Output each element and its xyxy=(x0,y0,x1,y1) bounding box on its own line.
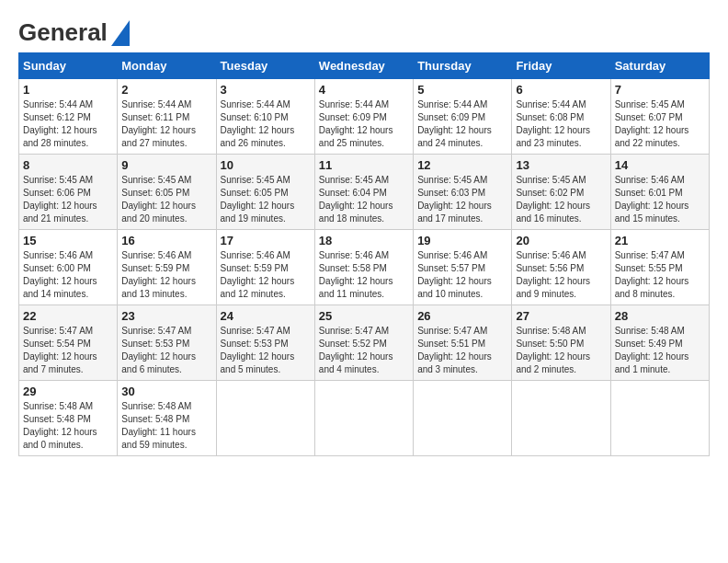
calendar-day-cell: 26Sunrise: 5:47 AM Sunset: 5:51 PM Dayli… xyxy=(414,305,512,381)
calendar-day-cell: 11Sunrise: 5:45 AM Sunset: 6:04 PM Dayli… xyxy=(314,155,413,230)
calendar-day-cell: 19Sunrise: 5:46 AM Sunset: 5:57 PM Dayli… xyxy=(414,230,512,305)
day-info: Sunrise: 5:45 AM Sunset: 6:03 PM Dayligh… xyxy=(417,174,507,225)
logo-triangle-icon xyxy=(111,20,130,46)
day-info: Sunrise: 5:46 AM Sunset: 5:56 PM Dayligh… xyxy=(516,249,606,301)
day-of-week-header: Monday xyxy=(118,53,216,79)
day-number: 7 xyxy=(615,83,705,97)
calendar-day-cell: 16Sunrise: 5:46 AM Sunset: 5:59 PM Dayli… xyxy=(118,230,216,305)
day-info: Sunrise: 5:44 AM Sunset: 6:11 PM Dayligh… xyxy=(121,98,211,150)
calendar-day-cell: 21Sunrise: 5:47 AM Sunset: 5:55 PM Dayli… xyxy=(610,230,709,305)
day-number: 1 xyxy=(23,83,113,97)
day-of-week-header: Sunday xyxy=(19,53,118,79)
day-number: 28 xyxy=(615,309,705,323)
calendar-day-cell: 30Sunrise: 5:48 AM Sunset: 5:48 PM Dayli… xyxy=(118,381,216,456)
calendar-day-cell: 28Sunrise: 5:48 AM Sunset: 5:49 PM Dayli… xyxy=(610,305,709,381)
day-number: 8 xyxy=(23,158,113,172)
day-number: 26 xyxy=(417,309,507,323)
logo-general: General xyxy=(18,18,108,47)
day-info: Sunrise: 5:45 AM Sunset: 6:07 PM Dayligh… xyxy=(615,98,705,150)
day-number: 13 xyxy=(516,158,606,172)
day-number: 22 xyxy=(23,309,113,323)
svg-marker-0 xyxy=(111,20,130,46)
day-number: 11 xyxy=(319,158,409,172)
calendar-day-cell: 12Sunrise: 5:45 AM Sunset: 6:03 PM Dayli… xyxy=(414,155,512,230)
calendar-day-cell: 5Sunrise: 5:44 AM Sunset: 6:09 PM Daylig… xyxy=(414,79,512,155)
day-info: Sunrise: 5:44 AM Sunset: 6:09 PM Dayligh… xyxy=(319,98,409,150)
day-info: Sunrise: 5:47 AM Sunset: 5:54 PM Dayligh… xyxy=(23,325,113,376)
calendar-day-cell: 1Sunrise: 5:44 AM Sunset: 6:12 PM Daylig… xyxy=(19,79,118,155)
day-info: Sunrise: 5:45 AM Sunset: 6:02 PM Dayligh… xyxy=(516,174,606,225)
calendar-week-row: 15Sunrise: 5:46 AM Sunset: 6:00 PM Dayli… xyxy=(19,230,710,305)
day-number: 16 xyxy=(121,234,211,247)
day-info: Sunrise: 5:48 AM Sunset: 5:48 PM Dayligh… xyxy=(121,400,211,452)
day-number: 18 xyxy=(319,234,409,247)
day-number: 2 xyxy=(121,83,211,97)
calendar-day-cell: 7Sunrise: 5:45 AM Sunset: 6:07 PM Daylig… xyxy=(610,79,709,155)
day-info: Sunrise: 5:46 AM Sunset: 5:59 PM Dayligh… xyxy=(221,249,311,301)
calendar-day-cell: 29Sunrise: 5:48 AM Sunset: 5:48 PM Dayli… xyxy=(19,381,118,456)
calendar-day-cell: 8Sunrise: 5:45 AM Sunset: 6:06 PM Daylig… xyxy=(19,155,118,230)
day-info: Sunrise: 5:44 AM Sunset: 6:12 PM Dayligh… xyxy=(23,98,113,150)
calendar-week-row: 22Sunrise: 5:47 AM Sunset: 5:54 PM Dayli… xyxy=(19,305,710,381)
calendar-table: SundayMondayTuesdayWednesdayThursdayFrid… xyxy=(18,52,710,456)
logo: General xyxy=(18,18,130,43)
calendar-week-row: 8Sunrise: 5:45 AM Sunset: 6:06 PM Daylig… xyxy=(19,155,710,230)
day-of-week-header: Saturday xyxy=(610,53,709,79)
calendar-day-cell xyxy=(512,381,610,456)
day-of-week-header: Tuesday xyxy=(216,53,314,79)
calendar-day-cell: 27Sunrise: 5:48 AM Sunset: 5:50 PM Dayli… xyxy=(512,305,610,381)
day-info: Sunrise: 5:44 AM Sunset: 6:09 PM Dayligh… xyxy=(417,98,507,150)
day-info: Sunrise: 5:48 AM Sunset: 5:48 PM Dayligh… xyxy=(23,400,113,452)
calendar-day-cell: 13Sunrise: 5:45 AM Sunset: 6:02 PM Dayli… xyxy=(512,155,610,230)
calendar-day-cell: 24Sunrise: 5:47 AM Sunset: 5:53 PM Dayli… xyxy=(216,305,314,381)
calendar-day-cell: 14Sunrise: 5:46 AM Sunset: 6:01 PM Dayli… xyxy=(610,155,709,230)
day-number: 4 xyxy=(319,83,409,97)
day-info: Sunrise: 5:46 AM Sunset: 6:01 PM Dayligh… xyxy=(615,174,705,225)
day-of-week-header: Friday xyxy=(512,53,610,79)
day-number: 9 xyxy=(121,158,211,172)
calendar-day-cell: 9Sunrise: 5:45 AM Sunset: 6:05 PM Daylig… xyxy=(118,155,216,230)
calendar-day-cell: 25Sunrise: 5:47 AM Sunset: 5:52 PM Dayli… xyxy=(314,305,413,381)
calendar-day-cell: 10Sunrise: 5:45 AM Sunset: 6:05 PM Dayli… xyxy=(216,155,314,230)
day-number: 25 xyxy=(319,309,409,323)
calendar-day-cell: 3Sunrise: 5:44 AM Sunset: 6:10 PM Daylig… xyxy=(216,79,314,155)
calendar-day-cell: 23Sunrise: 5:47 AM Sunset: 5:53 PM Dayli… xyxy=(118,305,216,381)
day-number: 19 xyxy=(417,234,507,247)
day-info: Sunrise: 5:46 AM Sunset: 5:59 PM Dayligh… xyxy=(121,249,211,301)
calendar-week-row: 1Sunrise: 5:44 AM Sunset: 6:12 PM Daylig… xyxy=(19,79,710,155)
day-info: Sunrise: 5:47 AM Sunset: 5:53 PM Dayligh… xyxy=(221,325,311,376)
day-info: Sunrise: 5:44 AM Sunset: 6:10 PM Dayligh… xyxy=(221,98,311,150)
day-info: Sunrise: 5:45 AM Sunset: 6:05 PM Dayligh… xyxy=(221,174,311,225)
calendar-day-cell xyxy=(610,381,709,456)
day-number: 12 xyxy=(417,158,507,172)
calendar-day-cell: 6Sunrise: 5:44 AM Sunset: 6:08 PM Daylig… xyxy=(512,79,610,155)
day-info: Sunrise: 5:46 AM Sunset: 5:58 PM Dayligh… xyxy=(319,249,409,301)
calendar-day-cell: 18Sunrise: 5:46 AM Sunset: 5:58 PM Dayli… xyxy=(314,230,413,305)
day-info: Sunrise: 5:47 AM Sunset: 5:52 PM Dayligh… xyxy=(319,325,409,376)
day-of-week-header: Wednesday xyxy=(314,53,413,79)
day-of-week-header: Thursday xyxy=(414,53,512,79)
day-info: Sunrise: 5:48 AM Sunset: 5:50 PM Dayligh… xyxy=(516,325,606,376)
day-number: 17 xyxy=(221,234,311,247)
calendar-day-cell: 15Sunrise: 5:46 AM Sunset: 6:00 PM Dayli… xyxy=(19,230,118,305)
day-info: Sunrise: 5:45 AM Sunset: 6:06 PM Dayligh… xyxy=(23,174,113,225)
calendar-day-cell: 2Sunrise: 5:44 AM Sunset: 6:11 PM Daylig… xyxy=(118,79,216,155)
calendar-day-cell: 22Sunrise: 5:47 AM Sunset: 5:54 PM Dayli… xyxy=(19,305,118,381)
calendar-day-cell xyxy=(216,381,314,456)
day-info: Sunrise: 5:44 AM Sunset: 6:08 PM Dayligh… xyxy=(516,98,606,150)
day-number: 29 xyxy=(23,385,113,398)
day-number: 24 xyxy=(221,309,311,323)
day-info: Sunrise: 5:46 AM Sunset: 5:57 PM Dayligh… xyxy=(417,249,507,301)
day-info: Sunrise: 5:45 AM Sunset: 6:05 PM Dayligh… xyxy=(121,174,211,225)
day-number: 15 xyxy=(23,234,113,247)
day-number: 10 xyxy=(221,158,311,172)
day-number: 30 xyxy=(121,385,211,398)
day-info: Sunrise: 5:47 AM Sunset: 5:55 PM Dayligh… xyxy=(615,249,705,301)
day-number: 23 xyxy=(121,309,211,323)
calendar-day-cell: 20Sunrise: 5:46 AM Sunset: 5:56 PM Dayli… xyxy=(512,230,610,305)
day-number: 20 xyxy=(516,234,606,247)
calendar-week-row: 29Sunrise: 5:48 AM Sunset: 5:48 PM Dayli… xyxy=(19,381,710,456)
calendar-day-cell: 4Sunrise: 5:44 AM Sunset: 6:09 PM Daylig… xyxy=(314,79,413,155)
day-number: 14 xyxy=(615,158,705,172)
day-info: Sunrise: 5:45 AM Sunset: 6:04 PM Dayligh… xyxy=(319,174,409,225)
